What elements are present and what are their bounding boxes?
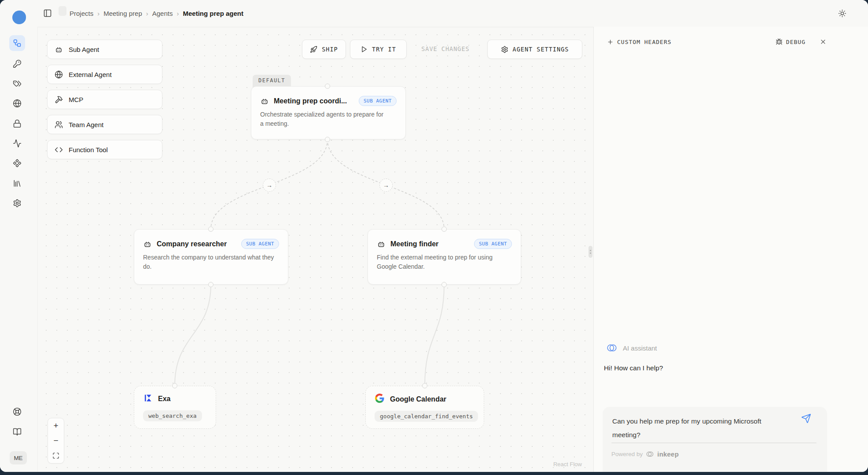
breadcrumb-separator: › (177, 10, 179, 17)
node-description: Find the external meeting to prep for us… (368, 249, 518, 271)
settings-icon[interactable] (13, 199, 22, 208)
sub-agent-badge: SUB AGENT (474, 239, 512, 249)
powered-by-label: Powered by (611, 451, 643, 457)
node-handle[interactable] (441, 282, 447, 287)
lock-icon[interactable] (13, 119, 22, 128)
ai-assistant-logo-icon (606, 342, 618, 354)
activity-icon[interactable] (13, 139, 22, 148)
ai-assistant-name: AI assistant (623, 344, 657, 352)
breadcrumb-placeholder (59, 6, 66, 16)
zoom-in-button[interactable]: + (48, 418, 64, 433)
assistant-greeting-message: Hi! How can I help? (604, 364, 663, 372)
tool-name-pill: web_search_exa (143, 410, 202, 421)
inkeep-brand-label[interactable]: inkeep (657, 450, 679, 458)
inkeep-logo-icon (646, 450, 654, 458)
globe-icon[interactable] (13, 99, 22, 108)
bug-icon (776, 38, 783, 45)
default-agent-tab: DEFAULT (253, 75, 291, 88)
library-icon[interactable] (13, 179, 22, 188)
theme-toggle-sun-icon[interactable] (838, 9, 846, 18)
node-title: Exa (158, 395, 170, 403)
breadcrumb-meeting-prep[interactable]: Meeting prep (103, 10, 142, 17)
fit-view-button[interactable] (48, 448, 64, 463)
node-meeting-finder[interactable]: Meeting finder SUB AGENT Find the extern… (368, 229, 521, 285)
custom-headers-button[interactable]: CUSTOM HEADERS (607, 39, 672, 45)
workflow-icon (13, 39, 22, 48)
app-logo[interactable] (12, 11, 26, 24)
node-description: Research the company to understand what … (134, 249, 284, 271)
book-open-icon[interactable] (13, 428, 22, 436)
arrow-right-icon: → (266, 182, 272, 189)
chat-input[interactable]: Can you help me prep for my upcoming Mic… (612, 414, 788, 442)
node-google-calendar-tool[interactable]: Google Calendar google_calendar_find_eve… (365, 386, 484, 429)
debug-button[interactable]: DEBUG (776, 38, 805, 45)
node-handle[interactable] (325, 137, 330, 142)
top-bar: Projects › Meeting prep › Agents › Meeti… (37, 0, 868, 27)
close-icon[interactable] (820, 38, 827, 45)
bot-icon (260, 97, 269, 106)
right-panel: CUSTOM HEADERS DEBUG AI assistant Hi! Ho… (593, 27, 868, 472)
node-meeting-prep-coordinator[interactable]: Meeting prep coordi... SUB AGENT Orchest… (251, 86, 406, 139)
breadcrumb-current-page: Meeting prep agent (183, 10, 243, 17)
exa-logo-icon (143, 394, 152, 404)
sub-agent-badge: SUB AGENT (359, 96, 397, 106)
life-buoy-icon[interactable] (13, 407, 22, 416)
debug-label: DEBUG (786, 39, 805, 45)
node-handle[interactable] (208, 227, 213, 232)
zoom-out-button[interactable]: − (48, 433, 64, 448)
breadcrumb: Projects › Meeting prep › Agents › Meeti… (70, 0, 243, 27)
bot-icon (143, 240, 152, 248)
sub-agent-badge: SUB AGENT (241, 239, 279, 249)
app-window: ME Projects › Meeting prep › Agents › Me… (0, 0, 868, 472)
node-description: Orchestrate specialized agents to prepar… (251, 106, 397, 128)
node-handle[interactable] (325, 84, 330, 89)
edge-transfer-badge: → (263, 179, 276, 192)
panel-left-toggle-icon[interactable] (43, 9, 52, 18)
breadcrumb-separator: › (97, 10, 99, 17)
node-exa-tool[interactable]: Exa web_search_exa (134, 386, 216, 429)
tool-name-pill: google_calendar_find_events (375, 411, 478, 422)
bot-icon (377, 240, 386, 248)
edge-transfer-badge: → (379, 179, 393, 192)
key-icon[interactable] (13, 59, 22, 68)
sidebar-item-graph[interactable] (9, 35, 25, 51)
breadcrumb-projects[interactable]: Projects (70, 10, 93, 17)
node-title: Meeting prep coordi... (274, 97, 347, 105)
custom-headers-label: CUSTOM HEADERS (617, 39, 672, 45)
plus-icon (607, 39, 614, 45)
node-handle[interactable] (422, 383, 427, 388)
flow-canvas[interactable]: SHIP TRY IT SAVE CHANGES AGENT SETTINGS … (37, 27, 593, 472)
maximize-icon (52, 452, 59, 459)
input-divider (611, 442, 817, 443)
user-avatar[interactable]: ME (10, 451, 27, 464)
node-title: Google Calendar (390, 395, 446, 403)
node-handle[interactable] (172, 383, 177, 388)
node-company-researcher[interactable]: Company researcher SUB AGENT Research th… (134, 229, 288, 285)
tags-icon[interactable] (13, 79, 22, 88)
google-logo-icon (375, 394, 384, 405)
left-rail: ME (0, 0, 38, 472)
panel-resize-handle[interactable] (588, 246, 592, 258)
node-handle[interactable] (208, 282, 213, 287)
chat-input-card: Can you help me prep for my upcoming Mic… (603, 407, 827, 472)
arrow-right-icon: → (383, 182, 389, 189)
zoom-controls: + − (48, 418, 64, 464)
send-icon[interactable] (801, 413, 811, 424)
breadcrumb-separator: › (146, 10, 148, 17)
components-icon[interactable] (13, 159, 22, 168)
node-title: Company researcher (157, 240, 227, 248)
node-handle[interactable] (441, 227, 447, 232)
node-title: Meeting finder (390, 240, 438, 248)
breadcrumb-agents[interactable]: Agents (152, 10, 173, 17)
